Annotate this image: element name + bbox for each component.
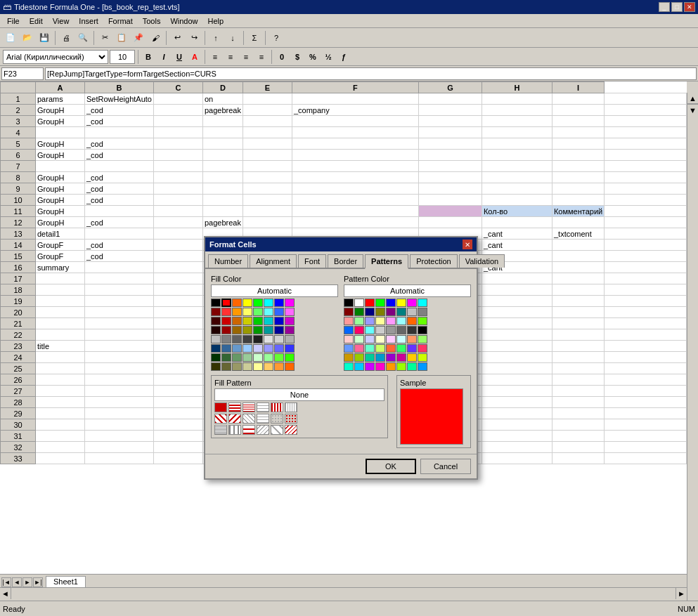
cell-r8-c7[interactable] <box>482 172 552 183</box>
pattern-color-swatch-51[interactable] <box>375 353 385 362</box>
fill-color-swatch-52[interactable] <box>253 353 263 362</box>
cell-r12-c6[interactable] <box>418 217 482 228</box>
pattern-color-swatch-41[interactable] <box>354 344 364 353</box>
cell-r22-c9[interactable] <box>605 329 687 341</box>
pattern-color-swatch-31[interactable] <box>418 326 427 334</box>
cell-r33-c2[interactable] <box>153 453 202 464</box>
cell-r26-c7[interactable] <box>482 374 552 386</box>
cell-r9-c2[interactable] <box>153 183 202 195</box>
cell-r9-c7[interactable] <box>482 183 552 195</box>
cell-r33-c8[interactable] <box>552 453 604 464</box>
cell-r5-c8[interactable] <box>552 138 604 150</box>
fill-color-swatch-8[interactable] <box>211 308 221 316</box>
pattern-color-swatch-32[interactable] <box>344 335 354 343</box>
vertical-scrollbar[interactable]: ▲ ▼ <box>687 93 698 574</box>
cell-r24-c1[interactable] <box>85 352 154 363</box>
fill-color-swatch-10[interactable] <box>232 308 242 316</box>
fill-color-swatch-51[interactable] <box>243 353 252 362</box>
cell-r2-c7[interactable] <box>482 105 552 116</box>
cell-r10-c9[interactable] <box>605 195 687 206</box>
fill-color-swatch-62[interactable] <box>274 362 284 371</box>
fill-color-swatch-13[interactable] <box>264 308 273 316</box>
cell-r21-c7[interactable] <box>482 318 552 329</box>
cell-r23-c2[interactable] <box>153 341 202 352</box>
cell-r26-c2[interactable] <box>153 374 202 386</box>
fill-color-swatch-57[interactable] <box>221 362 231 371</box>
fill-color-swatch-20[interactable] <box>253 317 263 325</box>
cell-r23-c8[interactable] <box>552 341 604 352</box>
sum-button[interactable]: Σ <box>247 30 262 46</box>
cell-r24-c9[interactable] <box>605 352 687 363</box>
pattern-color-swatch-57[interactable] <box>354 362 364 371</box>
pattern-color-swatch-22[interactable] <box>407 317 417 325</box>
pattern-color-swatch-49[interactable] <box>354 353 364 362</box>
pattern-color-swatch-53[interactable] <box>396 353 406 362</box>
pattern-color-swatch-14[interactable] <box>407 308 417 316</box>
cell-r6-c7[interactable] <box>482 150 552 161</box>
pattern-color-swatch-26[interactable] <box>365 326 375 334</box>
cell-r23-c7[interactable] <box>482 341 552 352</box>
sheet-tab-1[interactable]: Sheet1 <box>46 576 86 587</box>
cell-r1-c3[interactable]: on <box>202 93 243 105</box>
cell-r32-c7[interactable] <box>482 442 552 453</box>
cell-r8-c9[interactable] <box>605 172 687 183</box>
cell-r15-c0[interactable]: GroupF <box>36 251 85 262</box>
cell-r6-c3[interactable] <box>202 150 243 161</box>
fill-color-swatch-5[interactable] <box>264 299 273 307</box>
fill-color-swatch-22[interactable] <box>274 317 284 325</box>
pattern-color-swatch-55[interactable] <box>418 353 427 362</box>
fill-color-swatch-34[interactable] <box>232 335 242 343</box>
pattern-swatch-1[interactable] <box>228 402 241 412</box>
cell-r11-c7[interactable]: Кол-во <box>482 206 552 217</box>
col-E-header[interactable]: E <box>243 82 292 93</box>
cell-r20-c9[interactable] <box>605 307 687 318</box>
cell-r10-c6[interactable] <box>418 195 482 206</box>
italic-button[interactable]: I <box>157 50 171 64</box>
align-left-button[interactable]: ≡ <box>208 50 222 64</box>
cell-r3-c3[interactable] <box>202 116 243 127</box>
cell-r2-c1[interactable]: _cod <box>85 105 154 116</box>
cell-r8-c6[interactable] <box>418 172 482 183</box>
pattern-color-swatch-47[interactable] <box>418 344 427 353</box>
cancel-button[interactable]: Cancel <box>420 459 471 474</box>
pattern-swatch-14[interactable] <box>243 425 255 435</box>
cell-r9-c6[interactable] <box>418 183 482 195</box>
cell-r10-c3[interactable] <box>202 195 243 206</box>
fill-color-swatch-16[interactable] <box>211 317 221 325</box>
fill-color-swatch-28[interactable] <box>253 326 263 334</box>
pattern-color-swatch-21[interactable] <box>396 317 406 325</box>
pattern-color-swatch-8[interactable] <box>344 308 354 316</box>
fill-color-swatch-2[interactable] <box>232 299 242 307</box>
cell-r20-c7[interactable] <box>482 307 552 318</box>
pattern-color-swatch-34[interactable] <box>365 335 375 343</box>
cell-r19-c1[interactable] <box>85 296 154 307</box>
cell-r14-c9[interactable] <box>605 240 687 251</box>
cell-r9-c0[interactable]: GroupH <box>36 183 85 195</box>
fill-color-swatch-18[interactable] <box>232 317 242 325</box>
fraction-button[interactable]: ½ <box>321 50 335 64</box>
cell-r25-c9[interactable] <box>605 363 687 374</box>
cell-r2-c5[interactable]: _company <box>292 105 418 116</box>
cell-r11-c5[interactable] <box>292 206 418 217</box>
pattern-swatch-2[interactable] <box>243 402 255 412</box>
fill-color-swatch-56[interactable] <box>211 362 221 371</box>
fill-color-swatch-59[interactable] <box>243 362 252 371</box>
cell-r5-c3[interactable] <box>202 138 243 150</box>
cell-r2-c9[interactable] <box>605 105 687 116</box>
scroll-up-button[interactable]: ▲ <box>687 93 698 104</box>
fill-color-swatch-26[interactable] <box>232 326 242 334</box>
pattern-color-swatch-50[interactable] <box>365 353 375 362</box>
cell-r13-c2[interactable] <box>153 228 202 240</box>
cell-r11-c9[interactable] <box>605 206 687 217</box>
formula-button[interactable]: ƒ <box>337 50 351 64</box>
pattern-color-swatch-39[interactable] <box>418 335 427 343</box>
menu-file[interactable]: File <box>3 15 24 27</box>
scroll-right-button[interactable]: ► <box>676 588 687 599</box>
cell-r5-c6[interactable] <box>418 138 482 150</box>
cell-r4-c0[interactable] <box>36 127 85 138</box>
cell-r11-c3[interactable] <box>202 206 243 217</box>
cell-r30-c7[interactable] <box>482 419 552 431</box>
pattern-color-swatch-18[interactable] <box>365 317 375 325</box>
cell-r32-c8[interactable] <box>552 442 604 453</box>
cell-r15-c9[interactable] <box>605 251 687 262</box>
